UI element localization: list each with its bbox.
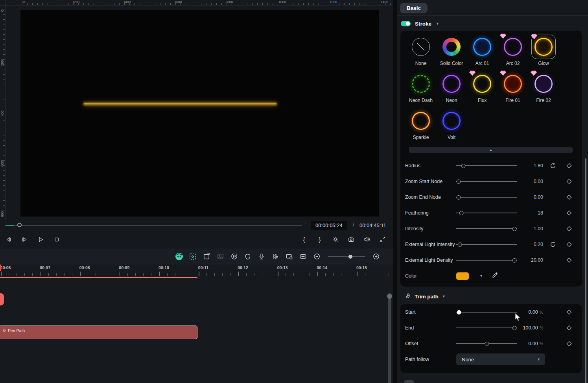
- param-slider[interactable]: [456, 179, 517, 184]
- preset-collapse-bar[interactable]: ▲: [409, 147, 573, 153]
- preview-canvas[interactable]: [20, 10, 379, 216]
- reset-button[interactable]: [549, 241, 557, 248]
- param-slider[interactable]: [456, 242, 517, 247]
- preset-flux[interactable]: Flux: [467, 72, 498, 103]
- keyframe-diamond-icon[interactable]: [565, 308, 573, 316]
- preset-none[interactable]: None: [406, 35, 436, 66]
- keyframe-diamond-icon[interactable]: [565, 209, 573, 217]
- stop-button[interactable]: [52, 235, 61, 244]
- stroke-glow-line[interactable]: [84, 103, 276, 105]
- preset-solid-color[interactable]: Solid Color: [436, 35, 467, 66]
- preset-glow[interactable]: Glow: [528, 35, 559, 66]
- keyframe-diamond-icon[interactable]: [565, 340, 573, 348]
- preset-neon[interactable]: Neon: [436, 72, 467, 103]
- preset-thumbnail[interactable]: [531, 72, 556, 96]
- slider-thumb[interactable]: [485, 342, 489, 346]
- slider-thumb[interactable]: [456, 179, 461, 184]
- preset-thumbnail[interactable]: [470, 72, 494, 96]
- slider-thumb[interactable]: [459, 211, 464, 215]
- preset-arc-02[interactable]: Arc 02: [498, 35, 528, 66]
- next-section-toggle[interactable]: [404, 380, 414, 383]
- zoom-slider-thumb[interactable]: [348, 255, 352, 259]
- trim-collapse-caret-icon[interactable]: ▼: [442, 294, 446, 298]
- volume-icon[interactable]: [363, 235, 371, 244]
- preset-thumbnail[interactable]: [501, 35, 525, 59]
- next-frame-button[interactable]: [20, 235, 29, 244]
- settings-icon[interactable]: [331, 235, 340, 244]
- keyframe-diamond-icon[interactable]: [565, 178, 573, 185]
- preset-thumbnail[interactable]: [409, 72, 433, 96]
- fullscreen-icon[interactable]: [378, 235, 387, 244]
- slider-thumb[interactable]: [456, 195, 461, 200]
- reset-button[interactable]: [549, 162, 557, 170]
- timeline-zoom-slider[interactable]: [328, 254, 365, 259]
- path-follow-dropdown[interactable]: None ▼: [456, 353, 545, 365]
- stroke-collapse-caret-icon[interactable]: ▼: [436, 22, 439, 26]
- preset-thumbnail[interactable]: [501, 72, 525, 96]
- preset-volt[interactable]: Volt: [436, 109, 467, 140]
- preset-thumbnail[interactable]: [439, 109, 464, 133]
- play-button[interactable]: [36, 235, 45, 244]
- stroke-toggle[interactable]: [401, 21, 411, 26]
- ai-copilot-icon[interactable]: [175, 252, 183, 261]
- keyframe-diamond-icon[interactable]: [565, 324, 573, 332]
- preset-thumbnail[interactable]: [531, 35, 556, 59]
- preset-thumbnail[interactable]: [439, 35, 464, 59]
- fit-to-timeline-icon[interactable]: [299, 252, 307, 261]
- seek-bar[interactable]: [6, 222, 302, 228]
- keyframe-diamond-icon[interactable]: [565, 241, 573, 248]
- param-slider[interactable]: [456, 163, 517, 168]
- preset-neon-dash[interactable]: Neon Dash: [406, 72, 436, 103]
- param-slider[interactable]: [456, 210, 517, 216]
- preset-thumbnail[interactable]: [470, 35, 494, 59]
- param-slider[interactable]: [456, 325, 517, 331]
- param-slider[interactable]: [456, 257, 517, 263]
- param-slider[interactable]: [456, 226, 517, 231]
- preset-fire-01[interactable]: Fire 01: [498, 72, 528, 103]
- playhead[interactable]: [0, 265, 1, 271]
- param-slider[interactable]: [456, 194, 517, 200]
- timeline-clip-pen-path[interactable]: Pen Path: [0, 326, 197, 339]
- preset-fire-02[interactable]: Fire 02: [528, 72, 559, 103]
- preset-sparkle[interactable]: Sparkle: [406, 109, 436, 140]
- speed-icon[interactable]: [230, 252, 238, 261]
- slider-thumb[interactable]: [512, 258, 516, 263]
- voiceover-icon[interactable]: [257, 252, 266, 261]
- slider-thumb[interactable]: [461, 164, 465, 168]
- preset-thumbnail[interactable]: [439, 72, 464, 96]
- previous-frame-button[interactable]: [4, 235, 13, 244]
- preset-thumbnail[interactable]: [409, 35, 433, 59]
- audio-mixer-icon[interactable]: [271, 252, 280, 261]
- param-slider[interactable]: [456, 309, 517, 315]
- panel-scrollbar[interactable]: [585, 158, 586, 383]
- slider-thumb[interactable]: [512, 326, 516, 330]
- mark-out-button[interactable]: }: [315, 235, 324, 244]
- preset-arc-01[interactable]: Arc 01: [467, 35, 498, 66]
- slider-thumb[interactable]: [457, 242, 462, 247]
- timecode-current[interactable]: 00:00:05:24: [311, 221, 347, 230]
- color-dropdown-caret-icon[interactable]: ▼: [479, 274, 483, 278]
- keyframe-diamond-icon[interactable]: [565, 162, 573, 170]
- seek-thumb[interactable]: [17, 223, 22, 227]
- timeline-scrollbar-knob[interactable]: [387, 294, 392, 299]
- keyframe-diamond-icon[interactable]: [565, 193, 573, 201]
- mask-icon[interactable]: [243, 252, 252, 261]
- split-icon[interactable]: [202, 252, 211, 261]
- zoom-out-icon[interactable]: [312, 252, 321, 261]
- slider-thumb[interactable]: [457, 310, 461, 315]
- timeline-scrollbar[interactable]: [388, 293, 391, 383]
- color-swatch[interactable]: [456, 272, 469, 280]
- timeline-tracks[interactable]: Pen Path: [0, 278, 393, 383]
- zoom-in-icon[interactable]: [372, 252, 380, 261]
- snapshot-icon[interactable]: [347, 235, 356, 244]
- image-placeholder-icon[interactable]: [216, 252, 225, 261]
- preset-thumbnail[interactable]: [409, 109, 433, 133]
- screen-record-icon[interactable]: [285, 252, 293, 261]
- param-slider[interactable]: [456, 341, 517, 346]
- seek-track[interactable]: [6, 225, 302, 226]
- timeline-ruler[interactable]: 00:0600:0700:0800:0900:1000:1100:1200:13…: [0, 265, 393, 277]
- keyframe-diamond-icon[interactable]: [565, 225, 573, 233]
- slider-thumb[interactable]: [512, 227, 516, 231]
- mark-in-button[interactable]: {: [300, 235, 308, 244]
- keyframe-diamond-icon[interactable]: [565, 256, 573, 264]
